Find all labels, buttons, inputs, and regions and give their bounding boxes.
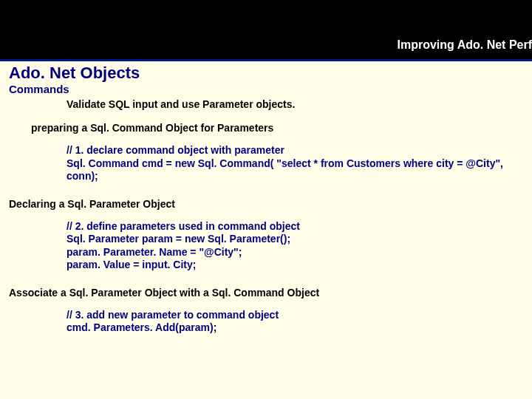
code-line: Sql. Command cmd = new Sql. Command( "se… bbox=[66, 157, 522, 183]
header-band: Improving Ado. Net Perf bbox=[0, 0, 532, 61]
code-line: // 3. add new parameter to command objec… bbox=[66, 309, 522, 322]
code-line: Sql. Parameter param = new Sql. Paramete… bbox=[66, 233, 522, 246]
section-declare: Declaring a Sql. Parameter Object bbox=[0, 198, 532, 220]
code-line: // 2. define parameters used in command … bbox=[66, 220, 522, 233]
code-line: param. Value = input. City; bbox=[66, 259, 522, 272]
code-line: param. Parameter. Name = "@City"; bbox=[66, 246, 522, 259]
code-block-2: // 2. define parameters used in command … bbox=[0, 220, 532, 287]
code-block-1: // 1. declare command object with parame… bbox=[0, 144, 532, 198]
section-associate: Associate a Sql. Parameter Object with a… bbox=[0, 287, 532, 309]
code-line: cmd. Parameters. Add(param); bbox=[66, 321, 522, 335]
header-text: Improving Ado. Net Perf bbox=[397, 38, 532, 52]
section-prepare: preparing a Sql. Command Object for Para… bbox=[0, 122, 532, 144]
intro-text: Validate SQL input and use Parameter obj… bbox=[0, 98, 532, 122]
code-line: // 1. declare command object with parame… bbox=[66, 144, 522, 157]
code-block-3: // 3. add new parameter to command objec… bbox=[0, 309, 532, 349]
sub-heading: Commands bbox=[0, 83, 532, 98]
page-title: Ado. Net Objects bbox=[0, 61, 532, 83]
